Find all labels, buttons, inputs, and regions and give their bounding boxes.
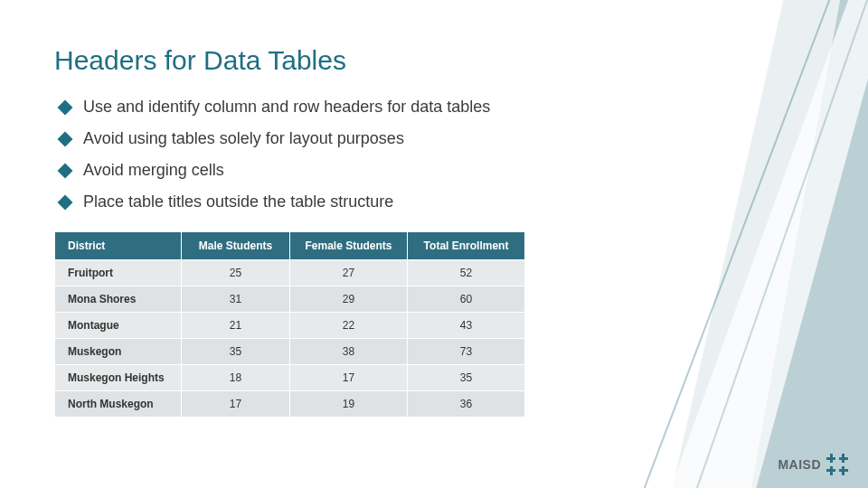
logo: MAISD xyxy=(778,454,848,475)
cell-female: 27 xyxy=(290,260,408,286)
table-row: Montague 21 22 43 xyxy=(55,313,525,339)
cell-district: Muskegon xyxy=(55,339,182,365)
cell-female: 22 xyxy=(290,313,408,339)
logo-text: MAISD xyxy=(778,457,821,472)
cell-total: 52 xyxy=(408,260,525,286)
page-title: Headers for Data Tables xyxy=(54,45,814,76)
cell-total: 35 xyxy=(408,365,525,391)
cell-total: 43 xyxy=(408,313,525,339)
cell-male: 18 xyxy=(182,365,290,391)
diamond-icon xyxy=(58,99,73,115)
table-row: Muskegon 35 38 73 xyxy=(55,339,525,365)
slide: Headers for Data Tables Use and identify… xyxy=(0,0,868,488)
col-header-total: Total Enrollment xyxy=(408,232,525,260)
cell-male: 35 xyxy=(182,339,290,365)
logo-mark-icon xyxy=(826,454,848,475)
cell-female: 29 xyxy=(290,286,408,313)
diamond-icon xyxy=(58,163,73,178)
bullet-text: Place table titles outside the table str… xyxy=(83,192,393,211)
cell-total: 73 xyxy=(408,339,525,365)
cell-male: 25 xyxy=(182,260,290,286)
cell-male: 21 xyxy=(182,313,290,339)
cell-district: Muskegon Heights xyxy=(55,365,182,391)
diamond-icon xyxy=(58,194,73,210)
cell-total: 36 xyxy=(408,391,525,418)
cell-district: Mona Shores xyxy=(55,286,182,313)
col-header-female: Female Students xyxy=(290,232,408,260)
list-item: Avoid merging cells xyxy=(60,161,814,180)
table-row: North Muskegon 17 19 36 xyxy=(55,391,525,418)
bullet-list: Use and identify column and row headers … xyxy=(60,98,814,211)
enrollment-table: District Male Students Female Students T… xyxy=(54,231,525,418)
col-header-male: Male Students xyxy=(182,232,290,260)
cell-female: 17 xyxy=(290,365,408,391)
cell-district: Montague xyxy=(55,313,182,339)
cell-district: Fruitport xyxy=(55,260,182,286)
col-header-district: District xyxy=(55,232,182,260)
cell-female: 38 xyxy=(290,339,408,365)
cell-district: North Muskegon xyxy=(55,391,182,418)
table-row: Fruitport 25 27 52 xyxy=(55,260,525,286)
bullet-text: Avoid merging cells xyxy=(83,161,224,180)
bullet-text: Use and identify column and row headers … xyxy=(83,98,490,117)
diamond-icon xyxy=(58,131,73,146)
cell-male: 31 xyxy=(182,286,290,313)
list-item: Use and identify column and row headers … xyxy=(60,98,814,117)
list-item: Place table titles outside the table str… xyxy=(60,192,814,211)
table-row: Muskegon Heights 18 17 35 xyxy=(55,365,525,391)
cell-male: 17 xyxy=(182,391,290,418)
header-row: District Male Students Female Students T… xyxy=(55,232,525,260)
bullet-text: Avoid using tables solely for layout pur… xyxy=(83,129,404,148)
list-item: Avoid using tables solely for layout pur… xyxy=(60,129,814,148)
table-row: Mona Shores 31 29 60 xyxy=(55,286,525,313)
cell-total: 60 xyxy=(408,286,525,313)
cell-female: 19 xyxy=(290,391,408,418)
